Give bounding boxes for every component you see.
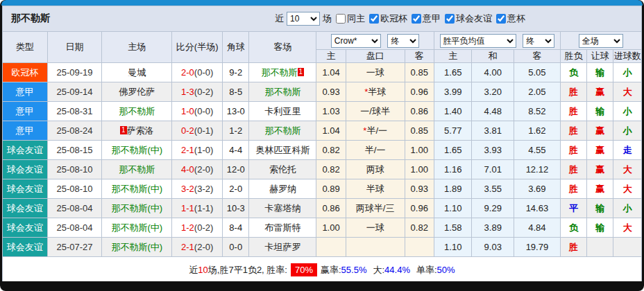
away-team-cell: 卡坦萨罗	[249, 238, 316, 257]
goals-result-cell: 小	[613, 121, 642, 141]
result-cell: 胜	[560, 238, 586, 257]
fulltime-score: 1-0	[181, 106, 194, 116]
away-team-cell: 赫罗纳	[249, 179, 316, 199]
result-cell: 胜	[560, 160, 586, 179]
away-team-cell: 那不勒斯	[249, 121, 316, 141]
handicap-text: 一/球半	[360, 106, 390, 116]
summary-record: 场,胜7平1负2, 胜率:	[208, 264, 287, 276]
filter-checkbox-coppa[interactable]	[496, 14, 506, 24]
handicap-result-cell: 输	[587, 218, 613, 238]
table-row: 球会友谊 25-08-10 那不勒斯 4-0(2-0) 12-0 索伦托 0.8…	[3, 160, 642, 179]
handicap-result-cell: 赢	[587, 179, 613, 199]
match-type-cell: 球会友谊	[3, 160, 48, 179]
match-date-cell: 25-08-15	[47, 141, 102, 160]
euro-company-select[interactable]: 胜平负均值	[440, 34, 516, 48]
asian-away-odds-cell: 0.85	[405, 63, 434, 82]
euro-away-odds-cell: 2.05	[514, 82, 561, 102]
score-cell: 1-2(0-2)	[172, 218, 223, 238]
home-team-name: 那不勒斯(中)	[112, 222, 163, 233]
asian-home-odds-cell: 1.00	[316, 218, 346, 238]
asian-handicap-cell: 一球	[346, 63, 405, 82]
euro-draw-odds-cell: 3.89	[472, 218, 514, 238]
filter-checkbox-friendly[interactable]	[445, 14, 455, 24]
scope-select[interactable]: 全场	[579, 34, 623, 48]
odd-rate-value: 50%	[437, 265, 455, 275]
handicap-text: 半/一	[366, 125, 387, 136]
handicap-result-cell: 赢	[587, 121, 613, 141]
home-team-name: 那不勒斯	[119, 164, 155, 175]
home-team-cell: 那不勒斯(中)	[102, 199, 172, 218]
col-corners: 角球	[223, 32, 249, 63]
euro-away-odds-cell: 1.62	[514, 121, 561, 141]
app-window: 那不勒斯 近 10 场 同主 欧冠杯 意甲 球会友谊 意杯	[0, 0, 644, 291]
score-cell: 3-2(3-2)	[172, 179, 223, 199]
corners-cell: 1-2	[223, 121, 249, 141]
result-cell: 平	[560, 199, 586, 218]
col-euro-away: 客	[514, 50, 561, 63]
red-card-badge: 1	[120, 126, 127, 134]
euro-home-odds-cell: 1.40	[434, 102, 472, 121]
home-team-name: 曼城	[128, 67, 146, 78]
same-home-checkbox[interactable]	[336, 14, 346, 24]
euro-odds-controls: 胜平负均值 终	[434, 32, 560, 50]
halftime-score: (1-0)	[194, 145, 213, 155]
result-cell: 胜	[560, 141, 586, 160]
col-euro-home: 主	[434, 50, 472, 63]
asian-away-odds-cell: 0.93	[405, 179, 434, 199]
handicap-text: 一球	[366, 67, 384, 78]
handicap-text: 半/一	[365, 145, 386, 155]
col-result: 胜负	[560, 50, 586, 63]
fulltime-score: 2-1	[181, 242, 194, 252]
away-team-cell: 卡利亚里	[249, 102, 316, 121]
table-row: 意甲 25-08-24 1萨索洛 0-2(0-1) 1-2 那不勒斯 1.04 …	[3, 121, 642, 141]
match-type-cell: 球会友谊	[3, 199, 48, 218]
euro-time-select[interactable]: 终	[523, 34, 554, 48]
match-type-cell: 意甲	[3, 82, 48, 102]
euro-draw-odds-cell: 3.93	[472, 141, 514, 160]
score-cell: 1-3(0-2)	[172, 82, 223, 102]
asian-home-odds-cell: 1.04	[316, 121, 346, 141]
window-title-bar	[1, 0, 643, 6]
home-team-name: 那不勒斯(中)	[112, 145, 163, 155]
corners-cell: 12-0	[223, 160, 249, 179]
euro-draw-odds-cell: 4.00	[472, 63, 514, 82]
away-team-cell: 那不勒斯1	[249, 63, 316, 82]
filter-checkbox-ucl[interactable]	[369, 14, 379, 24]
asian-company-select[interactable]: Crow*	[331, 34, 381, 48]
away-team-name: 卡坦萨罗	[264, 242, 300, 252]
stats-panel: 那不勒斯 近 10 场 同主 欧冠杯 意甲 球会友谊 意杯	[2, 6, 642, 281]
goals-result-cell: 小	[613, 199, 642, 218]
home-team-cell: 曼城	[102, 63, 172, 82]
match-date-cell: 25-08-24	[47, 121, 102, 141]
match-type-cell: 球会友谊	[3, 238, 48, 257]
corners-cell: 2-0	[223, 179, 249, 199]
match-count-select[interactable]: 10	[287, 12, 320, 26]
euro-home-odds-cell: 3.99	[434, 82, 472, 102]
euro-away-odds-cell: 14.63	[514, 199, 561, 218]
fulltime-score: 1-1	[181, 203, 194, 213]
matches-unit-label: 场	[323, 12, 332, 25]
goals-result-cell: 大	[613, 82, 642, 102]
match-history-table: 类型 日期 主场 比分(半场) 角球 客场 Crow* 终 胜平负均值 终	[2, 31, 642, 257]
match-type-cell: 球会友谊	[3, 141, 48, 160]
halftime-score: (0-2)	[194, 87, 213, 97]
summary-near-label: 近	[189, 264, 198, 276]
match-date-cell: 25-08-10	[47, 160, 102, 179]
same-home-label: 同主	[347, 12, 365, 25]
filter-label-friendly: 球会友谊	[456, 12, 492, 25]
corners-cell: 13-0	[223, 102, 249, 121]
away-team-name: 索伦托	[269, 164, 296, 175]
home-team-cell: 那不勒斯(中)	[102, 141, 172, 160]
halftime-score: (0-0)	[194, 106, 213, 116]
asian-home-odds-cell: 0.89	[316, 179, 346, 199]
filter-checkbox-seriea[interactable]	[412, 14, 421, 24]
filter-label-ucl: 欧冠杯	[380, 12, 407, 25]
fulltime-score: 2-0	[181, 67, 194, 78]
corners-cell: 9-2	[223, 63, 249, 82]
table-row: 欧冠杯 25-09-19 曼城 2-0(0-0) 9-2 那不勒斯1 1.04 …	[3, 63, 642, 82]
asian-time-select[interactable]: 终	[387, 34, 419, 48]
filter-controls: 近 10 场 同主 欧冠杯 意甲 球会友谊 意杯	[275, 6, 525, 31]
match-type-cell: 意甲	[3, 102, 48, 121]
euro-home-odds-cell: 5.77	[434, 121, 472, 141]
over-rate-value: 44.4%	[384, 265, 410, 275]
